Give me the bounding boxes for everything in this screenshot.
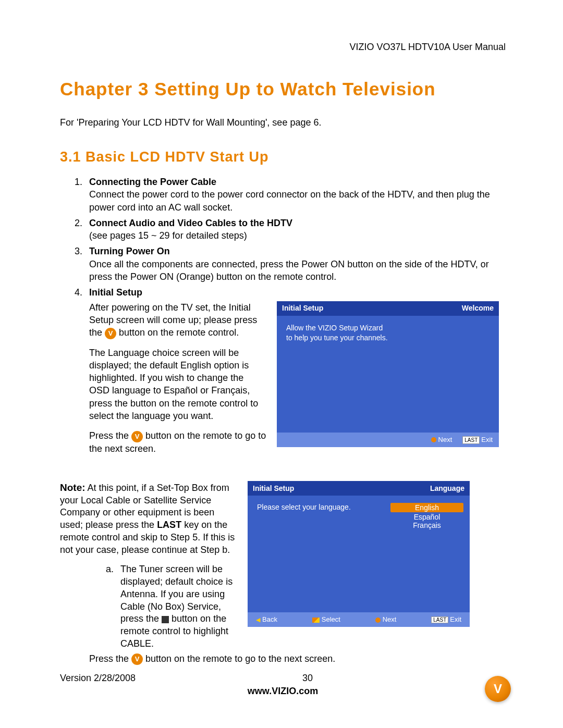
footer-url: www.VIZIO.com [60,686,506,697]
sub-list: The Tuner screen will be displayed; defa… [60,563,237,650]
note-text: Note: At this point, if a Set-Top Box fr… [60,481,237,650]
step-1-body: Connect the power cord to the power cord… [89,188,506,214]
section-title: 3.1 Basic LCD HDTV Start Up [60,149,506,165]
language-list: English Español Français [390,503,463,529]
step-1: Connecting the Power Cable Connect the p… [75,176,506,214]
screen1-exit: LASTExit [462,435,493,445]
screen2-title: Initial Setup [253,484,294,492]
step-3: Turning Power On Once all the components… [75,245,506,283]
initial-p3a: Press the [89,430,131,441]
footer-version: Version 2/28/2008 [60,673,136,684]
screen2-exit: LASTExit [431,615,461,623]
steps-list: Connecting the Power Cable Connect the p… [60,176,506,462]
screenshot-language: Initial Setup Language Please select you… [248,481,470,627]
down-button-icon [162,616,169,623]
step-2-title: Connect Audio and Video Cables to the HD… [89,218,292,228]
screen2-next: Next [375,615,397,623]
step-1-title: Connecting the Power Cable [89,177,216,187]
screen2-tag: Language [430,484,464,492]
press-line: Press the V button on the remote to go t… [60,653,506,665]
remote-v-icon: V [131,431,143,442]
remote-v-icon: V [105,328,116,339]
step-3-title: Turning Power On [89,246,170,256]
step-4-text: After powering on the TV set, the Initia… [89,301,266,462]
lang-francais: Français [390,521,463,529]
initial-p2: The Language choice screen will be displ… [89,347,266,423]
screen1-next: Next [431,435,452,445]
screen1-line1: Allow the VIZIO Setup Wizard [286,323,489,333]
screen1-title: Initial Setup [282,303,323,313]
footer-page-number: 30 [302,673,313,684]
step-2-body: (see pages 15 ~ 29 for detailed steps) [89,229,506,242]
lang-english: English [390,503,463,512]
note-last-key: LAST [157,520,181,530]
document-header: VIZIO VO37L HDTV10A User Manual [60,42,506,53]
screen2-select: Select [312,615,340,623]
screen2-back: Back [256,615,277,623]
vizio-logo-icon: V [485,676,511,702]
screen1-line2: to help you tune your channels. [286,333,489,343]
step-4: Initial Setup After powering on the TV s… [75,286,506,462]
sub-a: The Tuner screen will be displayed; defa… [106,563,237,650]
step-3-body: Once all the components are connected, p… [89,258,506,283]
initial-p1b: button on the remote control. [119,327,239,338]
lang-espanol: Español [390,513,463,521]
page-footer: Version 2/28/2008 30 www.VIZIO.com [60,673,506,697]
step-2: Connect Audio and Video Cables to the HD… [75,217,506,242]
chapter-title: Chapter 3 Setting Up to Watch Television [60,79,506,100]
intro-text: For 'Preparing Your LCD HDTV for Wall Mo… [60,117,506,128]
screenshot-welcome: Initial Setup Welcome Allow the VIZIO Se… [277,301,499,447]
remote-v-icon: V [131,653,143,665]
note-label: Note: [60,482,85,493]
step-4-title: Initial Setup [89,287,142,298]
screen1-tag: Welcome [462,303,494,313]
